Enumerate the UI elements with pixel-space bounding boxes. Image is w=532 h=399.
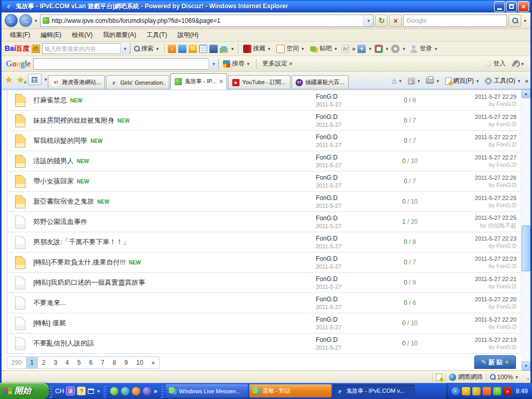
home-button[interactable]: ⌂▾ [390, 76, 404, 86]
address-dropdown[interactable]: ▾ [363, 15, 373, 26]
thread-author-link[interactable]: FonG:D [316, 134, 389, 141]
taskbar-task-button[interactable]: 鬼故事 - IPvE.COM v... [333, 384, 415, 397]
language-options-dropdown[interactable]: ▾ [96, 389, 101, 394]
quick-tabs-button[interactable] [28, 74, 42, 85]
scrollbar-thumb[interactable] [522, 225, 530, 271]
last-post-author[interactable]: by FonG:D [431, 141, 516, 148]
baidu-overflow-chevron[interactable]: » [352, 45, 355, 52]
tray-collapse-chevron[interactable]: ‹ [451, 387, 460, 395]
search-input[interactable] [406, 17, 507, 24]
search-go-button[interactable] [509, 15, 521, 27]
last-post-author[interactable]: by FonG:D [431, 243, 516, 249]
thread-author-link[interactable]: FonG:D [316, 275, 389, 283]
favorites-star-icon[interactable]: ★ [4, 75, 14, 85]
taskbar-task-button[interactable]: 蛋散 - 對話 [249, 384, 331, 397]
browser-tab[interactable]: 德國屠殺六百... × [291, 75, 349, 89]
baidu-zhidao-icon[interactable]: 知 [189, 45, 197, 53]
baidu-grid-dropdown[interactable]: ▾ [385, 46, 390, 51]
browser-tab[interactable]: YouTube - 訂閱... × [228, 75, 290, 89]
baidu-tieba-button[interactable]: 贴吧▾ [309, 43, 340, 54]
thread-author-link[interactable]: FonG:D [316, 255, 389, 262]
command-overflow-chevron[interactable]: » [525, 77, 528, 85]
thread-title-link[interactable]: [轉貼]不要欺負太什,後果自付!!! [33, 258, 126, 267]
baidu-table-icon[interactable] [199, 45, 207, 53]
back-button[interactable]: ← [5, 14, 18, 27]
language-bar-restore-icon[interactable] [88, 389, 94, 394]
vertical-scrollbar[interactable]: ▲ ▼ [522, 89, 530, 370]
start-button[interactable]: 開始 [0, 383, 49, 399]
last-post-author[interactable]: by FonG:D [431, 283, 516, 289]
last-post-author[interactable]: by FonG:D [431, 324, 516, 330]
google-search-button[interactable]: 搜尋▾ [221, 58, 252, 69]
feeds-button[interactable]: ▾ [406, 76, 423, 86]
messenger-face[interactable] [483, 387, 491, 395]
thread-author-link[interactable]: FonG:D [316, 235, 389, 242]
thread-title-link[interactable]: 郊野公園流血事件 [33, 217, 87, 227]
thread-author-link[interactable]: FonG:D [316, 194, 389, 202]
baidu-rank-icon[interactable]: 榜 [32, 45, 40, 53]
search-box[interactable] [403, 15, 507, 27]
thread-title-link[interactable]: 幫我梳頭髮的同學 [33, 136, 87, 145]
thread-title-link[interactable]: 帶小女孩回家 [33, 177, 74, 186]
ime-help-icon[interactable]: ? [77, 387, 86, 395]
last-post-author[interactable]: by FonG:D [431, 344, 516, 350]
refresh-button[interactable]: ↻ [375, 15, 388, 27]
menu-item[interactable]: 工具(T) [141, 29, 172, 41]
last-post-author[interactable]: by FonG:D [431, 121, 516, 127]
thread-author-link[interactable]: FonG:D [316, 93, 389, 100]
menu-item[interactable]: 編輯(E) [35, 29, 66, 41]
page-number[interactable]: » [148, 357, 159, 368]
new-post-button[interactable]: ✎ 新 貼 + [474, 355, 516, 369]
close-button[interactable]: × [518, 1, 529, 12]
page-menu-button[interactable]: 網頁(P)▾ [444, 75, 482, 86]
menu-item[interactable]: 檔案(F) [5, 29, 35, 41]
baidu-settings-gear-icon[interactable] [391, 45, 400, 53]
baidu-bookmarks-button[interactable]: 搜藏▾ [242, 43, 273, 54]
baidu-more-apps-icon[interactable] [221, 46, 227, 51]
last-post-author[interactable]: by FonG:D [431, 202, 516, 208]
menu-item[interactable]: 說明(H) [172, 29, 204, 41]
tab-close-icon[interactable]: × [219, 78, 223, 85]
page-number[interactable]: 1 [26, 357, 38, 368]
baidu-space-button[interactable]: 空间▾ [275, 43, 307, 54]
thread-author-link[interactable]: FonG:D [316, 336, 389, 343]
page-number[interactable]: 4 [61, 357, 73, 368]
thread-title-link[interactable]: 新亞書院宿舍之鬼故 [33, 197, 94, 206]
quick-launch-teal-player[interactable] [121, 387, 129, 395]
stop-button[interactable]: × [389, 15, 402, 27]
zoom-dropdown[interactable]: ▾ [514, 375, 519, 380]
quick-launch-app-purple[interactable] [143, 387, 151, 395]
add-favorite-icon[interactable]: ★ [15, 75, 25, 85]
scroll-down-arrow[interactable]: ▼ [522, 362, 530, 370]
google-more-settings[interactable]: 更多設定 » [261, 58, 294, 69]
last-post-author[interactable]: by FonG:D [431, 303, 516, 310]
page-number[interactable]: 6 [85, 357, 97, 368]
last-post-author[interactable]: by FonG:D [431, 263, 516, 269]
google-wrench-button[interactable]: ▾ [510, 60, 526, 68]
google-signin-button[interactable]: 登入 [484, 58, 507, 69]
baidu-apps-dropdown[interactable]: ▾ [230, 46, 235, 51]
taskbar-task-button[interactable]: Windows Live Messen... [166, 384, 248, 397]
thread-title-link[interactable]: 活該的賤男人 [33, 156, 74, 166]
quick-launch-green-sphere[interactable] [110, 387, 118, 395]
url-input[interactable] [52, 17, 364, 24]
page-number[interactable]: 3 [49, 357, 61, 368]
browser-tab[interactable]: 鬼故事 - IP... × [170, 73, 227, 89]
last-post-author[interactable]: by FonG:D [431, 162, 516, 168]
maximize-button[interactable] [506, 1, 517, 12]
baidu-settings-dropdown[interactable]: ▾ [402, 46, 406, 51]
minimize-button[interactable] [494, 1, 505, 12]
thread-author-link[interactable]: FonG:D [316, 316, 389, 323]
avira-umbrella[interactable]: ⟓ [503, 387, 512, 395]
baidu-grid-icon[interactable] [375, 45, 383, 53]
baidu-hi-logo-icon[interactable]: h! [341, 45, 350, 53]
tray-ball[interactable] [472, 387, 481, 395]
page-number[interactable]: 290 [7, 357, 26, 368]
baidu-search-input[interactable] [45, 46, 120, 52]
last-post-author[interactable]: by FonG:D [431, 101, 516, 107]
quick-launch-overflow-chevron[interactable]: » [154, 388, 157, 395]
search-options-dropdown[interactable]: ▾ [523, 18, 527, 23]
thread-title-link[interactable]: 不要進來... [33, 298, 66, 308]
baidu-search-dropdown[interactable]: ▾ [120, 43, 130, 55]
status-warning[interactable] [432, 373, 445, 382]
